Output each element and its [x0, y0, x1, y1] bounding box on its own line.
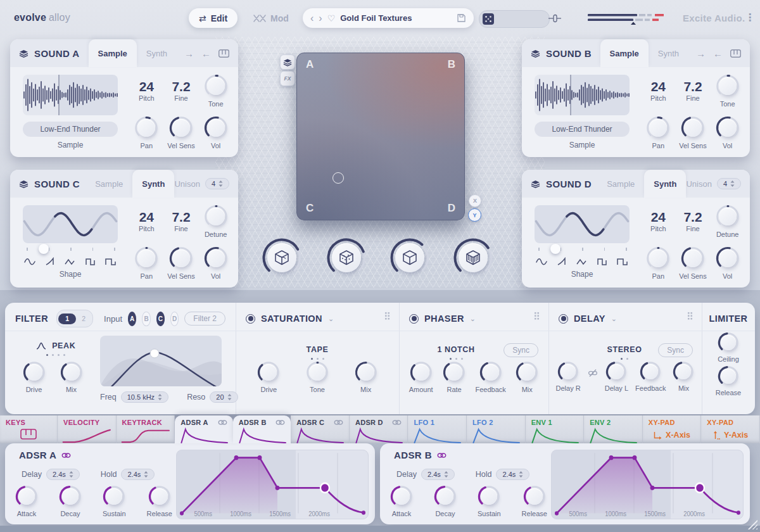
- saturation-bypass-button[interactable]: [246, 314, 255, 324]
- phaser-rate-knob[interactable]: Rate: [443, 361, 466, 393]
- saturation-drive-knob[interactable]: Drive: [257, 361, 280, 393]
- tab-synth[interactable]: Synth: [649, 39, 688, 67]
- phaser-bypass-button[interactable]: [409, 314, 419, 324]
- input-d-button[interactable]: D: [170, 312, 179, 326]
- tab-synth[interactable]: Synth: [644, 170, 686, 198]
- square-wave-icon[interactable]: [86, 257, 96, 266]
- vol-knob[interactable]: Vol: [204, 116, 228, 149]
- route-left-icon[interactable]: ←: [713, 48, 723, 59]
- route-left-icon[interactable]: ←: [201, 48, 211, 59]
- chevron-down-icon[interactable]: ⌄: [328, 315, 334, 323]
- fine-value[interactable]: 7.2Fine: [172, 210, 190, 232]
- chevron-down-icon[interactable]: ⌄: [611, 315, 617, 323]
- randomizer-slider[interactable]: [479, 10, 550, 28]
- pitch-value[interactable]: 24Pitch: [650, 80, 666, 102]
- pan-knob[interactable]: Pan: [646, 116, 670, 149]
- xy-fx-button[interactable]: FX: [280, 71, 295, 86]
- sine-wave-icon[interactable]: [24, 257, 35, 266]
- fx-macro-knob-c[interactable]: [390, 238, 429, 277]
- sample-name-button[interactable]: Low-End Thunder: [535, 122, 630, 137]
- tab-keys[interactable]: KEYS: [0, 415, 58, 443]
- shape-slider-handle[interactable]: [550, 244, 560, 254]
- drag-handle-icon[interactable]: [384, 312, 390, 320]
- edit-button[interactable]: ⇄ Edit: [189, 8, 238, 28]
- square-wave-icon[interactable]: [597, 257, 607, 266]
- saw-wave-icon[interactable]: [45, 257, 55, 266]
- tone-knob[interactable]: Tone: [204, 74, 228, 108]
- vol-knob[interactable]: Vol: [716, 116, 740, 149]
- filter-2-button[interactable]: Filter 2: [184, 312, 225, 326]
- envelope-graph[interactable]: 500ms1000ms1500ms2000ms: [176, 450, 369, 519]
- tab-env-1[interactable]: ENV 1: [526, 415, 585, 443]
- sustain-knob[interactable]: Sustain: [478, 485, 501, 517]
- pitch-value[interactable]: 24Pitch: [650, 210, 666, 232]
- vel-sens-knob[interactable]: Vel Sens: [167, 116, 194, 149]
- triangle-wave-icon[interactable]: [65, 257, 76, 266]
- release-knob[interactable]: Release: [147, 485, 172, 517]
- tab-adsr-d[interactable]: ADSR D: [350, 415, 408, 443]
- delay-time-stepper[interactable]: 2.4s: [421, 469, 455, 480]
- drag-handle-icon[interactable]: [687, 312, 693, 320]
- pitch-value[interactable]: 24Pitch: [139, 80, 154, 102]
- tab-lfo-2[interactable]: LFO 2: [467, 415, 526, 443]
- saturation-mix-knob[interactable]: Mix: [355, 361, 377, 393]
- sustain-knob[interactable]: Sustain: [103, 485, 126, 517]
- sample-name-button[interactable]: Low-End Thunder: [23, 122, 118, 137]
- link-icon[interactable]: [218, 419, 227, 426]
- tab-sample[interactable]: Sample: [89, 39, 137, 67]
- decay-knob[interactable]: Decay: [59, 485, 82, 517]
- link-icon[interactable]: [61, 452, 71, 459]
- fine-value[interactable]: 7.2Fine: [683, 210, 702, 232]
- tab-synth[interactable]: Synth: [137, 39, 177, 67]
- tab-velocity[interactable]: VELOCITY: [58, 415, 117, 443]
- fx-macro-knob-d[interactable]: [453, 238, 493, 277]
- freq-stepper[interactable]: 10.5 kHz: [121, 391, 168, 403]
- tab-adsr-b[interactable]: ADSR B: [233, 415, 291, 443]
- shape-slider[interactable]: [27, 243, 114, 255]
- delay-feedback-knob[interactable]: Feedback: [635, 361, 666, 392]
- hold-time-stepper[interactable]: 2.4s: [121, 469, 155, 480]
- unison-stepper[interactable]: 4: [205, 178, 229, 189]
- vel-sens-knob[interactable]: Vel Sens: [167, 246, 194, 280]
- tab-env-2[interactable]: ENV 2: [584, 415, 643, 443]
- delay-delay-r-knob[interactable]: Delay R: [556, 361, 581, 392]
- phaser-mode-selector[interactable]: 1 NOTCH: [418, 343, 494, 360]
- filter-1-2-toggle[interactable]: 12: [56, 310, 93, 327]
- resize-handle[interactable]: [747, 519, 757, 529]
- decay-knob[interactable]: Decay: [434, 485, 457, 517]
- tab-xy-pad-y-axis[interactable]: XY-PADY-Axis: [701, 415, 760, 443]
- pan-knob[interactable]: Pan: [134, 116, 158, 149]
- fine-value[interactable]: 7.2Fine: [683, 80, 702, 102]
- delay-delay-l-knob[interactable]: Delay L: [605, 361, 628, 392]
- phaser-amount-knob[interactable]: Amount: [409, 361, 433, 393]
- pulse-wave-icon[interactable]: [105, 257, 117, 266]
- saw-wave-icon[interactable]: [557, 257, 567, 266]
- attack-knob[interactable]: Attack: [15, 485, 38, 517]
- vel-sens-knob[interactable]: Vel Sens: [679, 246, 706, 280]
- prev-preset-icon[interactable]: ‹: [310, 13, 314, 23]
- fine-value[interactable]: 7.2Fine: [172, 80, 190, 102]
- pitch-value[interactable]: 24Pitch: [139, 210, 154, 232]
- preset-name[interactable]: Gold Foil Textures: [340, 13, 452, 23]
- tab-adsr-c[interactable]: ADSR C: [291, 415, 350, 443]
- pan-knob[interactable]: Pan: [134, 246, 158, 280]
- xy-pad[interactable]: A B C D: [296, 53, 465, 220]
- filter-drive-knob[interactable]: Drive: [23, 361, 46, 393]
- y-modulation-button[interactable]: Y: [468, 208, 481, 222]
- reso-stepper[interactable]: 20: [210, 391, 238, 403]
- tab-keytrack[interactable]: KEYTRACK: [117, 415, 175, 443]
- delay-bypass-button[interactable]: [559, 314, 568, 324]
- shape-slider-handle[interactable]: [39, 244, 49, 254]
- tab-adsr-a[interactable]: ADSR A: [175, 415, 233, 443]
- route-right-icon[interactable]: →: [696, 48, 706, 59]
- phaser-feedback-knob[interactable]: Feedback: [476, 361, 506, 393]
- keyboard-button[interactable]: [730, 49, 741, 58]
- delay-mode-selector[interactable]: STEREO: [586, 343, 662, 360]
- delay-time-stepper[interactable]: 2.4s: [46, 469, 80, 480]
- link-icon[interactable]: [437, 452, 446, 459]
- envelope-graph[interactable]: 500ms1000ms1500ms2000ms: [551, 450, 744, 519]
- pulse-wave-icon[interactable]: [617, 257, 628, 266]
- saturation-mode-selector[interactable]: TAPE: [236, 343, 399, 360]
- tab-synth[interactable]: Synth: [132, 170, 174, 198]
- pan-knob[interactable]: Pan: [646, 246, 670, 280]
